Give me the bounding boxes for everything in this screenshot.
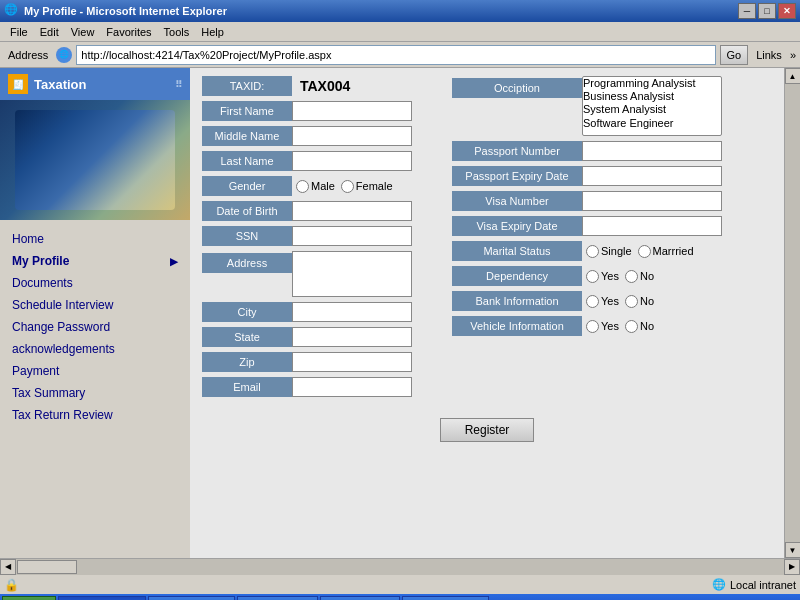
menu-view[interactable]: View [65, 24, 101, 40]
marital-group: Single Marrried [582, 245, 694, 258]
dependency-yes-radio[interactable] [586, 270, 599, 283]
sidebar-item-acknowledgements[interactable]: acknowledgements [0, 338, 190, 360]
firstname-input[interactable] [292, 101, 412, 121]
taskbar-item-2[interactable]: 🌐 6 Internet ... [237, 596, 318, 600]
sidebar-item-taxsummary[interactable]: Tax Summary [0, 382, 190, 404]
bank-yes-option[interactable]: Yes [586, 295, 619, 308]
sidebar-item-myprofile[interactable]: My Profile ▶ [0, 250, 190, 272]
links-arrow[interactable]: » [790, 49, 796, 61]
vertical-scrollbar[interactable]: ▲ ▼ [784, 68, 800, 558]
state-label: State [202, 327, 292, 347]
dependency-yes-option[interactable]: Yes [586, 270, 619, 283]
go-button[interactable]: Go [720, 45, 749, 65]
gender-male-option[interactable]: Male [296, 180, 335, 193]
h-scroll-track [16, 559, 784, 575]
visa-input[interactable] [582, 191, 722, 211]
vehicle-label: Vehicle Information [452, 316, 582, 336]
state-input[interactable] [292, 327, 412, 347]
taskbar-item-3[interactable]: 🖥 Desktop [320, 596, 400, 600]
sidebar-item-schedule[interactable]: Schedule Interview [0, 294, 190, 316]
firstname-label: First Name [202, 101, 292, 121]
address-input[interactable]: http://localhost:4214/Tax%20Project/MyPr… [76, 45, 715, 65]
bank-no-option[interactable]: No [625, 295, 654, 308]
start-button[interactable]: ⊞ start [2, 596, 56, 600]
h-scroll-thumb[interactable] [17, 560, 77, 574]
marital-row: Marital Status Single Marrried [452, 241, 722, 261]
marital-label: Marital Status [452, 241, 582, 261]
dob-label: Date of Birth [202, 201, 292, 221]
intranet-icon: 🌐 [712, 578, 726, 591]
occupation-select[interactable]: Programming Analysist Business Analysist… [582, 76, 722, 136]
register-button[interactable]: Register [440, 418, 535, 442]
vehicle-no-radio[interactable] [625, 320, 638, 333]
links-label: Links [752, 49, 786, 61]
lastname-row: Last Name [202, 151, 412, 171]
email-input[interactable] [292, 377, 412, 397]
scroll-left-button[interactable]: ◀ [0, 559, 16, 575]
sidebar-item-changepassword[interactable]: Change Password [0, 316, 190, 338]
vehicle-group: Yes No [582, 320, 654, 333]
sidebar-item-taxreturn[interactable]: Tax Return Review [0, 404, 190, 426]
dependency-no-option[interactable]: No [625, 270, 654, 283]
marital-married-radio[interactable] [638, 245, 651, 258]
menu-bar: File Edit View Favorites Tools Help [0, 22, 800, 42]
bank-row: Bank Information Yes No [452, 291, 722, 311]
middlename-input[interactable] [292, 126, 412, 146]
content-area: TAXID: TAX004 First Name Middle Name [190, 68, 784, 558]
visa-expiry-label: Visa Expiry Date [452, 216, 582, 236]
close-button[interactable]: ✕ [778, 3, 796, 19]
minimize-button[interactable]: ─ [738, 3, 756, 19]
ssn-input[interactable] [292, 226, 412, 246]
occupation-label: Occiption [452, 78, 582, 98]
taskbar-item-1[interactable]: 📄 Microsoft S... [148, 596, 234, 600]
gender-female-option[interactable]: Female [341, 180, 393, 193]
menu-tools[interactable]: Tools [158, 24, 196, 40]
lastname-input[interactable] [292, 151, 412, 171]
zip-input[interactable] [292, 352, 412, 372]
menu-file[interactable]: File [4, 24, 34, 40]
gender-female-radio[interactable] [341, 180, 354, 193]
taskbar-item-0[interactable]: 🌐 Tax Project ... [58, 596, 147, 600]
marital-single-option[interactable]: Single [586, 245, 632, 258]
visa-expiry-row: Visa Expiry Date [452, 216, 722, 236]
sidebar-item-home[interactable]: Home [0, 228, 190, 250]
scroll-up-button[interactable]: ▲ [785, 68, 801, 84]
menu-help[interactable]: Help [195, 24, 230, 40]
visa-expiry-input[interactable] [582, 216, 722, 236]
vehicle-no-option[interactable]: No [625, 320, 654, 333]
maximize-button[interactable]: □ [758, 3, 776, 19]
sidebar-item-documents[interactable]: Documents [0, 272, 190, 294]
passport-expiry-row: Passport Expiry Date [452, 166, 722, 186]
scroll-down-button[interactable]: ▼ [785, 542, 801, 558]
app-icon: 🌐 [4, 3, 20, 19]
dependency-no-radio[interactable] [625, 270, 638, 283]
gender-label: Gender [202, 176, 292, 196]
sidebar-nav: Home My Profile ▶ Documents Schedule Int… [0, 220, 190, 434]
vehicle-yes-option[interactable]: Yes [586, 320, 619, 333]
passport-input[interactable] [582, 141, 722, 161]
gender-male-radio[interactable] [296, 180, 309, 193]
menu-favorites[interactable]: Favorites [100, 24, 157, 40]
vehicle-yes-radio[interactable] [586, 320, 599, 333]
bank-no-radio[interactable] [625, 295, 638, 308]
lastname-label: Last Name [202, 151, 292, 171]
intranet-label: Local intranet [730, 579, 796, 591]
scroll-right-button[interactable]: ▶ [784, 559, 800, 575]
passport-expiry-input[interactable] [582, 166, 722, 186]
sidebar-item-payment[interactable]: Payment [0, 360, 190, 382]
dob-input[interactable] [292, 201, 412, 221]
address-label: Address [202, 253, 292, 273]
city-input[interactable] [292, 302, 412, 322]
bank-yes-radio[interactable] [586, 295, 599, 308]
dob-row: Date of Birth [202, 201, 412, 221]
marital-single-radio[interactable] [586, 245, 599, 258]
state-row: State [202, 327, 412, 347]
taskbar-item-4[interactable]: 📄 Microsoft S... [402, 596, 488, 600]
address-row: Address [202, 251, 412, 297]
marital-married-option[interactable]: Marrried [638, 245, 694, 258]
address-input[interactable] [292, 251, 412, 297]
horizontal-scrollbar[interactable]: ◀ ▶ [0, 558, 800, 574]
menu-edit[interactable]: Edit [34, 24, 65, 40]
sidebar-dots: ⠿ [175, 79, 182, 90]
middlename-row: Middle Name [202, 126, 412, 146]
